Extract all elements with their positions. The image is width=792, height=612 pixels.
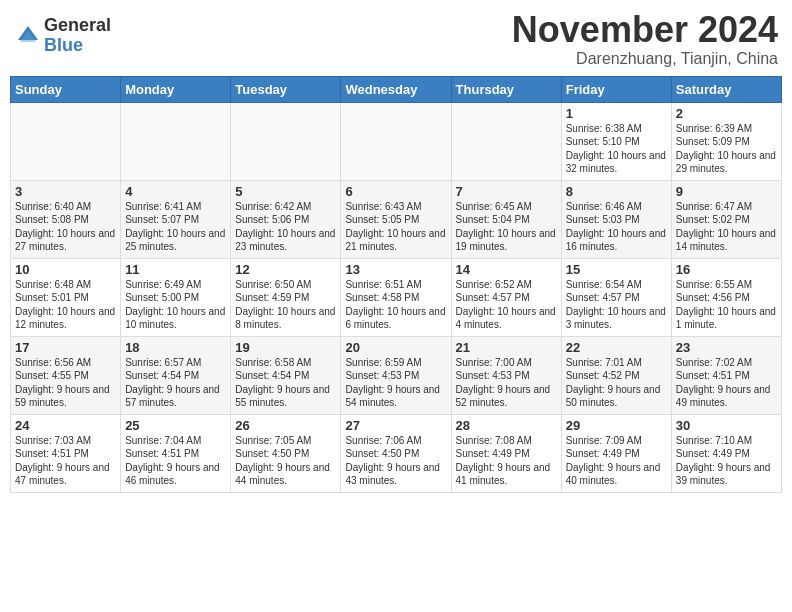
calendar-cell: 20Sunrise: 6:59 AM Sunset: 4:53 PM Dayli… bbox=[341, 336, 451, 414]
day-number: 6 bbox=[345, 184, 446, 199]
day-info: Sunrise: 6:51 AM Sunset: 4:58 PM Dayligh… bbox=[345, 278, 446, 332]
calendar-cell bbox=[451, 102, 561, 180]
day-info: Sunrise: 7:02 AM Sunset: 4:51 PM Dayligh… bbox=[676, 356, 777, 410]
day-info: Sunrise: 6:40 AM Sunset: 5:08 PM Dayligh… bbox=[15, 200, 116, 254]
day-number: 9 bbox=[676, 184, 777, 199]
calendar-cell: 10Sunrise: 6:48 AM Sunset: 5:01 PM Dayli… bbox=[11, 258, 121, 336]
day-number: 25 bbox=[125, 418, 226, 433]
calendar-cell: 6Sunrise: 6:43 AM Sunset: 5:05 PM Daylig… bbox=[341, 180, 451, 258]
day-number: 11 bbox=[125, 262, 226, 277]
calendar-cell: 1Sunrise: 6:38 AM Sunset: 5:10 PM Daylig… bbox=[561, 102, 671, 180]
day-info: Sunrise: 6:52 AM Sunset: 4:57 PM Dayligh… bbox=[456, 278, 557, 332]
day-info: Sunrise: 7:08 AM Sunset: 4:49 PM Dayligh… bbox=[456, 434, 557, 488]
day-number: 29 bbox=[566, 418, 667, 433]
day-info: Sunrise: 6:49 AM Sunset: 5:00 PM Dayligh… bbox=[125, 278, 226, 332]
calendar-cell: 18Sunrise: 6:57 AM Sunset: 4:54 PM Dayli… bbox=[121, 336, 231, 414]
day-number: 13 bbox=[345, 262, 446, 277]
day-info: Sunrise: 7:05 AM Sunset: 4:50 PM Dayligh… bbox=[235, 434, 336, 488]
weekday-header-sunday: Sunday bbox=[11, 76, 121, 102]
logo: General Blue bbox=[14, 16, 111, 56]
day-number: 1 bbox=[566, 106, 667, 121]
day-number: 17 bbox=[15, 340, 116, 355]
day-info: Sunrise: 6:50 AM Sunset: 4:59 PM Dayligh… bbox=[235, 278, 336, 332]
day-info: Sunrise: 6:46 AM Sunset: 5:03 PM Dayligh… bbox=[566, 200, 667, 254]
day-info: Sunrise: 7:03 AM Sunset: 4:51 PM Dayligh… bbox=[15, 434, 116, 488]
day-info: Sunrise: 6:48 AM Sunset: 5:01 PM Dayligh… bbox=[15, 278, 116, 332]
calendar-cell: 30Sunrise: 7:10 AM Sunset: 4:49 PM Dayli… bbox=[671, 414, 781, 492]
calendar-cell: 25Sunrise: 7:04 AM Sunset: 4:51 PM Dayli… bbox=[121, 414, 231, 492]
calendar-cell: 4Sunrise: 6:41 AM Sunset: 5:07 PM Daylig… bbox=[121, 180, 231, 258]
day-info: Sunrise: 6:39 AM Sunset: 5:09 PM Dayligh… bbox=[676, 122, 777, 176]
calendar-cell: 3Sunrise: 6:40 AM Sunset: 5:08 PM Daylig… bbox=[11, 180, 121, 258]
title-area: November 2024 Darenzhuang, Tianjin, Chin… bbox=[512, 10, 778, 68]
day-number: 21 bbox=[456, 340, 557, 355]
day-info: Sunrise: 7:00 AM Sunset: 4:53 PM Dayligh… bbox=[456, 356, 557, 410]
page-header: General Blue November 2024 Darenzhuang, … bbox=[10, 10, 782, 68]
day-info: Sunrise: 7:06 AM Sunset: 4:50 PM Dayligh… bbox=[345, 434, 446, 488]
calendar-cell: 29Sunrise: 7:09 AM Sunset: 4:49 PM Dayli… bbox=[561, 414, 671, 492]
day-number: 14 bbox=[456, 262, 557, 277]
calendar-table: SundayMondayTuesdayWednesdayThursdayFrid… bbox=[10, 76, 782, 493]
calendar-cell: 8Sunrise: 6:46 AM Sunset: 5:03 PM Daylig… bbox=[561, 180, 671, 258]
day-number: 26 bbox=[235, 418, 336, 433]
calendar-cell: 2Sunrise: 6:39 AM Sunset: 5:09 PM Daylig… bbox=[671, 102, 781, 180]
weekday-header-wednesday: Wednesday bbox=[341, 76, 451, 102]
day-number: 4 bbox=[125, 184, 226, 199]
day-info: Sunrise: 7:10 AM Sunset: 4:49 PM Dayligh… bbox=[676, 434, 777, 488]
weekday-header-friday: Friday bbox=[561, 76, 671, 102]
calendar-week-row: 1Sunrise: 6:38 AM Sunset: 5:10 PM Daylig… bbox=[11, 102, 782, 180]
calendar-week-row: 3Sunrise: 6:40 AM Sunset: 5:08 PM Daylig… bbox=[11, 180, 782, 258]
calendar-cell: 28Sunrise: 7:08 AM Sunset: 4:49 PM Dayli… bbox=[451, 414, 561, 492]
day-number: 12 bbox=[235, 262, 336, 277]
calendar-cell: 27Sunrise: 7:06 AM Sunset: 4:50 PM Dayli… bbox=[341, 414, 451, 492]
day-number: 24 bbox=[15, 418, 116, 433]
day-number: 22 bbox=[566, 340, 667, 355]
logo-icon bbox=[14, 22, 42, 50]
calendar-cell: 12Sunrise: 6:50 AM Sunset: 4:59 PM Dayli… bbox=[231, 258, 341, 336]
day-number: 28 bbox=[456, 418, 557, 433]
day-info: Sunrise: 6:47 AM Sunset: 5:02 PM Dayligh… bbox=[676, 200, 777, 254]
day-info: Sunrise: 6:45 AM Sunset: 5:04 PM Dayligh… bbox=[456, 200, 557, 254]
day-number: 5 bbox=[235, 184, 336, 199]
weekday-header-saturday: Saturday bbox=[671, 76, 781, 102]
calendar-cell: 26Sunrise: 7:05 AM Sunset: 4:50 PM Dayli… bbox=[231, 414, 341, 492]
day-number: 10 bbox=[15, 262, 116, 277]
calendar-cell: 13Sunrise: 6:51 AM Sunset: 4:58 PM Dayli… bbox=[341, 258, 451, 336]
logo-general-text: General bbox=[44, 16, 111, 36]
day-number: 2 bbox=[676, 106, 777, 121]
day-info: Sunrise: 6:56 AM Sunset: 4:55 PM Dayligh… bbox=[15, 356, 116, 410]
calendar-cell: 11Sunrise: 6:49 AM Sunset: 5:00 PM Dayli… bbox=[121, 258, 231, 336]
calendar-cell bbox=[121, 102, 231, 180]
day-number: 19 bbox=[235, 340, 336, 355]
calendar-cell bbox=[11, 102, 121, 180]
day-info: Sunrise: 6:59 AM Sunset: 4:53 PM Dayligh… bbox=[345, 356, 446, 410]
day-info: Sunrise: 6:38 AM Sunset: 5:10 PM Dayligh… bbox=[566, 122, 667, 176]
calendar-cell bbox=[341, 102, 451, 180]
location-title: Darenzhuang, Tianjin, China bbox=[512, 50, 778, 68]
calendar-week-row: 17Sunrise: 6:56 AM Sunset: 4:55 PM Dayli… bbox=[11, 336, 782, 414]
day-info: Sunrise: 6:54 AM Sunset: 4:57 PM Dayligh… bbox=[566, 278, 667, 332]
logo-blue-text: Blue bbox=[44, 36, 111, 56]
day-info: Sunrise: 7:04 AM Sunset: 4:51 PM Dayligh… bbox=[125, 434, 226, 488]
day-number: 23 bbox=[676, 340, 777, 355]
calendar-week-row: 24Sunrise: 7:03 AM Sunset: 4:51 PM Dayli… bbox=[11, 414, 782, 492]
day-number: 30 bbox=[676, 418, 777, 433]
calendar-cell bbox=[231, 102, 341, 180]
day-number: 8 bbox=[566, 184, 667, 199]
day-info: Sunrise: 7:09 AM Sunset: 4:49 PM Dayligh… bbox=[566, 434, 667, 488]
day-number: 20 bbox=[345, 340, 446, 355]
calendar-cell: 21Sunrise: 7:00 AM Sunset: 4:53 PM Dayli… bbox=[451, 336, 561, 414]
day-number: 18 bbox=[125, 340, 226, 355]
calendar-cell: 22Sunrise: 7:01 AM Sunset: 4:52 PM Dayli… bbox=[561, 336, 671, 414]
weekday-header-monday: Monday bbox=[121, 76, 231, 102]
day-number: 16 bbox=[676, 262, 777, 277]
day-info: Sunrise: 6:57 AM Sunset: 4:54 PM Dayligh… bbox=[125, 356, 226, 410]
day-number: 3 bbox=[15, 184, 116, 199]
month-title: November 2024 bbox=[512, 10, 778, 50]
day-number: 15 bbox=[566, 262, 667, 277]
day-info: Sunrise: 6:41 AM Sunset: 5:07 PM Dayligh… bbox=[125, 200, 226, 254]
day-info: Sunrise: 6:43 AM Sunset: 5:05 PM Dayligh… bbox=[345, 200, 446, 254]
day-number: 7 bbox=[456, 184, 557, 199]
calendar-cell: 9Sunrise: 6:47 AM Sunset: 5:02 PM Daylig… bbox=[671, 180, 781, 258]
day-info: Sunrise: 7:01 AM Sunset: 4:52 PM Dayligh… bbox=[566, 356, 667, 410]
